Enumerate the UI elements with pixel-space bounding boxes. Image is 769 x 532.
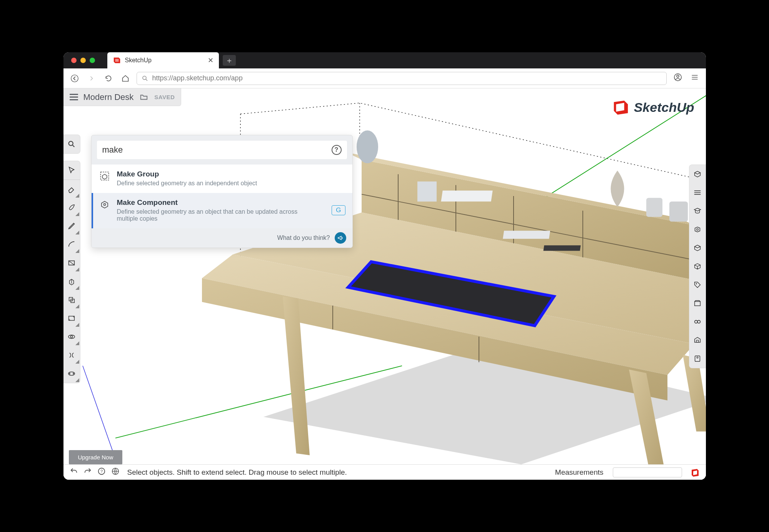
tags-panel[interactable] [689, 276, 706, 294]
status-hint: Select objects. Shift to extend select. … [127, 468, 550, 477]
learn-panel[interactable] [689, 202, 706, 220]
brand: SketchUp [612, 98, 694, 116]
result-description: Define selected geometry as an object th… [117, 208, 317, 222]
app-header: Modern Desk SAVED [63, 88, 182, 106]
search-sketchup-button[interactable] [63, 135, 80, 153]
svg-marker-58 [693, 470, 697, 475]
eraser-tool[interactable] [63, 180, 80, 198]
svg-rect-26 [417, 181, 437, 201]
materials-panel[interactable] [689, 239, 706, 257]
nav-forward-button[interactable] [86, 75, 97, 82]
measurements-label: Measurements [555, 468, 604, 477]
save-state-badge: SAVED [154, 94, 175, 100]
make-group-icon [98, 170, 111, 182]
svg-point-3 [677, 75, 679, 77]
upgrade-now-button[interactable]: Upgrade Now [69, 450, 123, 464]
make-component-icon [98, 198, 111, 211]
svg-point-53 [103, 203, 105, 205]
svg-point-0 [71, 75, 78, 81]
tape-tool[interactable] [63, 346, 80, 364]
svg-line-6 [83, 366, 117, 464]
nav-home-button[interactable] [120, 75, 131, 82]
language-button[interactable] [111, 467, 120, 477]
entity-info-panel[interactable] [689, 165, 706, 183]
nav-reload-button[interactable] [103, 75, 114, 82]
tab-close-button[interactable]: ✕ [208, 56, 214, 65]
help-button[interactable]: ? [97, 467, 106, 477]
svg-marker-33 [616, 103, 624, 112]
result-description: Define selected geometry as an independe… [117, 180, 257, 187]
arc-tool[interactable] [63, 235, 80, 254]
svg-point-34 [69, 141, 73, 146]
command-search-input[interactable]: make ? [97, 141, 347, 159]
close-window-button[interactable] [71, 58, 77, 63]
extensions-panel[interactable] [689, 349, 706, 368]
feedback-button[interactable] [335, 232, 346, 244]
folder-icon[interactable] [139, 93, 149, 101]
svg-point-45 [696, 283, 697, 284]
instructor-panel[interactable] [689, 183, 706, 202]
svg-point-48 [697, 320, 700, 323]
search-help-button[interactable]: ? [332, 145, 342, 155]
url-text: https://app.sketchup.com/app [152, 74, 243, 82]
svg-rect-29 [543, 245, 581, 251]
status-bar: ? Select objects. Shift to extend select… [63, 464, 706, 480]
sketchup-app: Modern Desk SAVED SketchUp [63, 88, 706, 480]
svg-rect-49 [696, 340, 699, 342]
browser-tab[interactable]: SketchUp ✕ [107, 52, 219, 68]
nav-back-button[interactable] [69, 74, 80, 83]
rectangle-tool[interactable] [63, 254, 80, 272]
brand-text: SketchUp [634, 100, 694, 115]
browser-menu-button[interactable] [689, 73, 701, 83]
megaphone-icon [337, 235, 344, 241]
pencil-tool[interactable] [63, 217, 80, 235]
file-name: Modern Desk [83, 92, 134, 102]
browser-tabbar: SketchUp ✕ ＋ [63, 52, 706, 68]
main-menu-button[interactable] [70, 92, 78, 102]
search-result-make-component[interactable]: Make Component Define selected geometry … [92, 193, 352, 228]
svg-point-25 [357, 130, 378, 163]
scenes-panel[interactable] [689, 294, 706, 313]
styles-panel[interactable] [689, 257, 706, 276]
feedback-prompt: What do you think? [277, 234, 330, 241]
window-controls [71, 58, 95, 63]
svg-rect-46 [695, 301, 701, 306]
profile-button[interactable] [672, 73, 684, 83]
svg-line-36 [69, 261, 75, 265]
select-tool[interactable] [63, 161, 80, 180]
svg-point-44 [697, 268, 698, 269]
sketchup-corner-icon [691, 468, 700, 477]
new-tab-button[interactable]: ＋ [223, 55, 236, 66]
search-result-make-group[interactable]: Make Group Define selected geometry as a… [92, 165, 352, 193]
svg-point-1 [143, 76, 146, 80]
svg-point-47 [695, 320, 697, 323]
measurements-input[interactable] [613, 467, 682, 477]
svg-rect-28 [503, 231, 550, 239]
minimize-window-button[interactable] [80, 58, 86, 63]
left-toolbar-search [63, 135, 80, 154]
sketchup-favicon [113, 56, 121, 65]
left-toolbar [63, 161, 80, 383]
svg-rect-27 [441, 191, 492, 201]
pushpull-tool[interactable] [63, 272, 80, 291]
move-tool[interactable] [63, 291, 80, 309]
redo-button[interactable] [83, 467, 92, 477]
undo-button[interactable] [70, 467, 78, 477]
fullscreen-window-button[interactable] [90, 58, 95, 63]
components-panel[interactable] [689, 220, 706, 239]
offset-tool[interactable] [63, 309, 80, 328]
tab-title: SketchUp [125, 57, 152, 64]
display-panel[interactable] [689, 313, 706, 331]
svg-point-43 [697, 229, 699, 231]
url-field[interactable]: https://app.sketchup.com/app [137, 72, 667, 85]
search-icon [142, 75, 148, 82]
3dwarehouse-panel[interactable] [689, 331, 706, 349]
walk-tool[interactable] [63, 364, 80, 383]
orbit-tool[interactable] [63, 328, 80, 346]
command-search-panel: make ? Make Group Define selected geomet… [91, 135, 353, 248]
right-toolbar [689, 165, 706, 368]
result-title: Make Group [117, 170, 257, 178]
paint-tool[interactable] [63, 198, 80, 217]
search-results: Make Group Define selected geometry as a… [92, 165, 352, 228]
search-icon [67, 140, 76, 148]
